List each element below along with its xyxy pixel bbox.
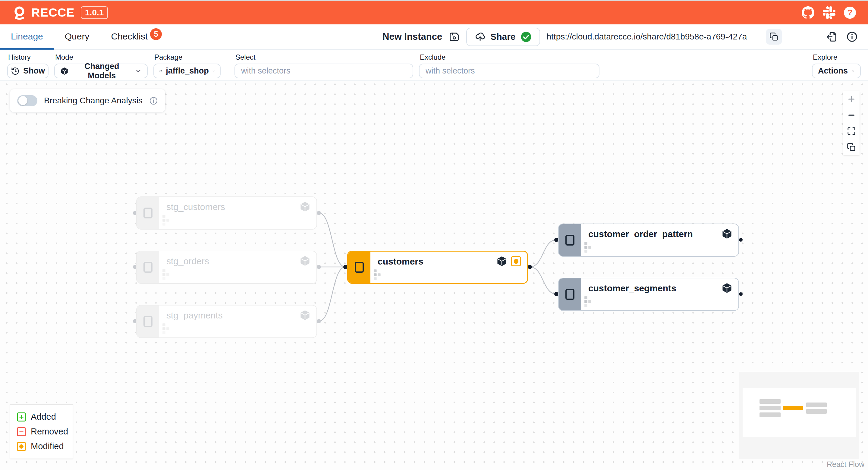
- checklist-count-badge: 5: [150, 28, 162, 40]
- node-state-strip: [348, 252, 370, 283]
- chevron-down-icon: [851, 67, 855, 75]
- zoom-out-button[interactable]: [843, 107, 860, 123]
- node-checkbox[interactable]: [144, 316, 153, 327]
- model-cube-icon: [300, 255, 310, 266]
- node-name: stg_payments: [166, 310, 223, 320]
- model-cube-icon: [300, 310, 310, 320]
- node-name: customers: [378, 256, 424, 267]
- info-icon[interactable]: [846, 31, 858, 42]
- logout-icon[interactable]: [826, 31, 837, 42]
- node-name: stg_customers: [166, 202, 225, 212]
- model-cube-icon: [721, 283, 733, 293]
- modified-badge: [511, 256, 521, 266]
- node-checkbox[interactable]: [565, 235, 575, 246]
- tree-icon: [162, 323, 170, 335]
- brand-wordmark: RECCE: [31, 6, 75, 19]
- modified-icon: [17, 442, 26, 451]
- share-url: https://cloud.datarecce.io/share/d81b958…: [547, 32, 760, 41]
- help-icon[interactable]: ?: [844, 7, 856, 19]
- instance-title: New Instance: [382, 31, 442, 42]
- chevron-down-icon: [213, 67, 215, 75]
- share-button-label: Share: [490, 32, 516, 42]
- legend-label: Modified: [31, 441, 64, 451]
- zoom-out-icon: [847, 111, 856, 120]
- actions-button[interactable]: Actions: [812, 64, 861, 78]
- canvas-controls: [843, 91, 860, 155]
- legend-item-added: + Added: [17, 412, 73, 422]
- node-state-strip: [559, 224, 581, 256]
- added-icon: +: [17, 412, 26, 421]
- info-icon[interactable]: [149, 96, 158, 105]
- legend-item-removed: − Removed: [17, 427, 73, 437]
- tab-query[interactable]: Query: [54, 24, 100, 50]
- tab-bar: Lineage Query Checklist 5 New Instance S…: [0, 24, 868, 50]
- tree-icon: [584, 242, 592, 253]
- fit-view-button[interactable]: [843, 123, 860, 139]
- tab-checklist-label: Checklist: [111, 31, 148, 41]
- removed-icon: −: [17, 427, 26, 436]
- node-checkbox[interactable]: [355, 262, 364, 273]
- minimap[interactable]: [739, 372, 859, 459]
- minimap-node: [760, 399, 781, 404]
- breaking-change-toggle[interactable]: [17, 95, 37, 106]
- save-icon[interactable]: [449, 31, 460, 42]
- node-stg-customers[interactable]: stg_customers: [136, 196, 317, 229]
- node-checkbox[interactable]: [565, 289, 575, 300]
- node-checkbox[interactable]: [144, 262, 153, 273]
- package-label: Package: [154, 53, 221, 61]
- check-circle-icon: [521, 31, 532, 42]
- cube-filled-icon: [60, 67, 68, 75]
- node-customer-order-pattern[interactable]: customer_order_pattern: [558, 224, 739, 257]
- exclude-input[interactable]: [419, 64, 599, 78]
- node-customers[interactable]: customers: [347, 251, 528, 284]
- minimap-node: [806, 403, 827, 407]
- duplicate-icon: [847, 143, 856, 152]
- copy-icon: [770, 32, 778, 41]
- node-name: stg_orders: [166, 256, 209, 266]
- tree-icon: [162, 215, 170, 226]
- zoom-in-icon: [847, 95, 856, 104]
- model-cube-icon: [300, 201, 310, 212]
- package-select[interactable]: jaffle_shop: [153, 64, 221, 78]
- duplicate-view-button[interactable]: [843, 139, 860, 155]
- model-cube-icon: [721, 228, 733, 239]
- tab-checklist[interactable]: Checklist 5: [100, 24, 173, 50]
- legend-label: Removed: [31, 427, 68, 437]
- slack-icon[interactable]: [823, 6, 835, 19]
- node-customer-segments[interactable]: customer_segments: [558, 278, 739, 311]
- exclude-label: Exclude: [420, 53, 599, 61]
- mode-label: Mode: [55, 53, 148, 61]
- react-flow-attribution: React Flow: [827, 460, 864, 469]
- minimap-node: [760, 412, 781, 417]
- copy-url-button[interactable]: [766, 29, 782, 44]
- select-input[interactable]: [235, 64, 413, 78]
- node-name: customer_order_pattern: [588, 229, 693, 239]
- tree-icon: [162, 269, 170, 280]
- change-legend: + Added − Removed Modified: [10, 404, 73, 459]
- app-header: RECCE 1.0.1 ?: [0, 0, 868, 24]
- model-cube-icon: [496, 256, 507, 267]
- node-stg-payments[interactable]: stg_payments: [136, 305, 317, 338]
- tab-lineage[interactable]: Lineage: [0, 24, 54, 50]
- share-button[interactable]: Share: [466, 28, 540, 46]
- node-checkbox[interactable]: [144, 208, 153, 218]
- version-badge: 1.0.1: [81, 6, 108, 19]
- node-state-strip: [137, 306, 159, 338]
- node-state-strip: [137, 197, 159, 229]
- minimap-node: [760, 406, 781, 410]
- github-icon[interactable]: [802, 6, 814, 19]
- chevron-down-icon: [135, 67, 142, 75]
- package-value: jaffle_shop: [166, 66, 209, 75]
- node-stg-orders[interactable]: stg_orders: [136, 251, 317, 284]
- mode-select[interactable]: Changed Models: [54, 64, 148, 78]
- tab-query-label: Query: [65, 31, 90, 41]
- tab-lineage-label: Lineage: [11, 31, 43, 41]
- breaking-change-card: Breaking Change Analysis: [10, 89, 165, 112]
- lineage-canvas[interactable]: Breaking Change Analysis stg_customers s…: [0, 81, 868, 470]
- cloud-upload-icon: [475, 31, 486, 42]
- tree-icon: [584, 296, 592, 307]
- actions-label: Actions: [818, 66, 848, 75]
- node-state-strip: [559, 278, 581, 310]
- zoom-in-button[interactable]: [843, 91, 860, 107]
- history-show-button[interactable]: Show: [7, 64, 49, 78]
